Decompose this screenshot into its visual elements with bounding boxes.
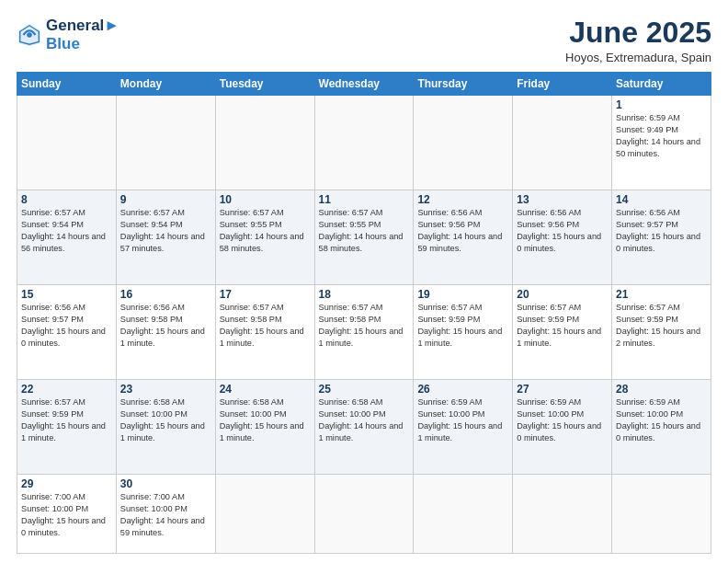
day-number: 9 (120, 193, 211, 206)
calendar-day-cell: 15Sunrise: 6:56 AMSunset: 9:57 PMDayligh… (17, 285, 117, 380)
day-number: 18 (319, 288, 410, 301)
day-info: Sunrise: 6:57 AMSunset: 9:54 PMDaylight:… (120, 207, 211, 255)
calendar: SundayMondayTuesdayWednesdayThursdayFrid… (17, 72, 711, 554)
calendar-day-cell: 1Sunrise: 6:59 AMSunset: 9:49 PMDaylight… (612, 96, 711, 190)
calendar-day-cell (513, 475, 612, 554)
day-info: Sunrise: 6:57 AMSunset: 9:59 PMDaylight:… (517, 302, 608, 350)
calendar-day-cell: 19Sunrise: 6:57 AMSunset: 9:59 PMDayligh… (414, 285, 513, 380)
calendar-day-cell (215, 475, 314, 554)
day-number: 12 (417, 193, 508, 206)
day-number: 26 (417, 383, 508, 396)
calendar-day-cell: 11Sunrise: 6:57 AMSunset: 9:55 PMDayligh… (314, 190, 414, 285)
calendar-week-row: 15Sunrise: 6:56 AMSunset: 9:57 PMDayligh… (17, 285, 711, 380)
calendar-day-cell (314, 96, 414, 190)
day-number: 19 (417, 288, 508, 301)
calendar-day-cell: 26Sunrise: 6:59 AMSunset: 10:00 PMDaylig… (414, 380, 513, 475)
logo-text: General► Blue (46, 17, 119, 52)
calendar-day-cell: 27Sunrise: 6:59 AMSunset: 10:00 PMDaylig… (513, 380, 612, 475)
day-number: 25 (319, 383, 410, 396)
logo: General► Blue (17, 17, 119, 52)
calendar-day-cell (116, 96, 215, 190)
day-number: 1 (616, 98, 707, 111)
calendar-week-row: 29Sunrise: 7:00 AMSunset: 10:00 PMDaylig… (17, 475, 711, 554)
weekday-header: Wednesday (314, 73, 414, 96)
weekday-header: Thursday (414, 73, 513, 96)
calendar-day-cell: 14Sunrise: 6:56 AMSunset: 9:57 PMDayligh… (612, 190, 711, 285)
day-info: Sunrise: 6:58 AMSunset: 10:00 PMDaylight… (319, 396, 410, 444)
weekday-header: Friday (513, 73, 612, 96)
day-number: 30 (120, 477, 211, 490)
calendar-day-cell (414, 475, 513, 554)
header: General► Blue June 2025 Hoyos, Extremadu… (17, 17, 711, 64)
day-info: Sunrise: 6:58 AMSunset: 10:00 PMDaylight… (220, 396, 311, 444)
day-info: Sunrise: 6:57 AMSunset: 9:55 PMDaylight:… (319, 207, 410, 255)
day-info: Sunrise: 6:57 AMSunset: 9:54 PMDaylight:… (21, 207, 112, 255)
day-info: Sunrise: 6:59 AMSunset: 10:00 PMDaylight… (517, 396, 608, 444)
calendar-day-cell: 29Sunrise: 7:00 AMSunset: 10:00 PMDaylig… (17, 475, 117, 554)
calendar-day-cell: 21Sunrise: 6:57 AMSunset: 9:59 PMDayligh… (612, 285, 711, 380)
day-number: 22 (21, 383, 112, 396)
calendar-day-cell: 28Sunrise: 6:59 AMSunset: 10:00 PMDaylig… (612, 380, 711, 475)
calendar-day-cell: 10Sunrise: 6:57 AMSunset: 9:55 PMDayligh… (215, 190, 314, 285)
calendar-day-cell: 22Sunrise: 6:57 AMSunset: 9:59 PMDayligh… (17, 380, 117, 475)
calendar-week-row: 8Sunrise: 6:57 AMSunset: 9:54 PMDaylight… (17, 190, 711, 285)
day-info: Sunrise: 6:56 AMSunset: 9:58 PMDaylight:… (120, 302, 211, 350)
day-number: 13 (517, 193, 608, 206)
day-info: Sunrise: 6:59 AMSunset: 9:49 PMDaylight:… (616, 112, 707, 160)
month-title: June 2025 (565, 17, 711, 49)
calendar-day-cell (612, 475, 711, 554)
calendar-week-row: 1Sunrise: 6:59 AMSunset: 9:49 PMDaylight… (17, 96, 711, 190)
day-info: Sunrise: 6:56 AMSunset: 9:56 PMDaylight:… (417, 207, 508, 255)
day-info: Sunrise: 6:57 AMSunset: 9:55 PMDaylight:… (220, 207, 311, 255)
logo-icon (17, 22, 42, 48)
day-info: Sunrise: 6:57 AMSunset: 9:59 PMDaylight:… (616, 302, 707, 350)
calendar-day-cell: 24Sunrise: 6:58 AMSunset: 10:00 PMDaylig… (215, 380, 314, 475)
day-info: Sunrise: 7:00 AMSunset: 10:00 PMDaylight… (120, 491, 211, 539)
day-number: 20 (517, 288, 608, 301)
title-block: June 2025 Hoyos, Extremadura, Spain (565, 17, 711, 64)
day-number: 27 (517, 383, 608, 396)
day-number: 28 (616, 383, 707, 396)
day-info: Sunrise: 7:00 AMSunset: 10:00 PMDaylight… (21, 491, 112, 539)
calendar-day-cell: 13Sunrise: 6:56 AMSunset: 9:56 PMDayligh… (513, 190, 612, 285)
calendar-day-cell (17, 96, 117, 190)
calendar-day-cell: 12Sunrise: 6:56 AMSunset: 9:56 PMDayligh… (414, 190, 513, 285)
day-info: Sunrise: 6:58 AMSunset: 10:00 PMDaylight… (120, 396, 211, 444)
day-number: 16 (120, 288, 211, 301)
calendar-day-cell: 17Sunrise: 6:57 AMSunset: 9:58 PMDayligh… (215, 285, 314, 380)
day-info: Sunrise: 6:57 AMSunset: 9:58 PMDaylight:… (220, 302, 311, 350)
calendar-day-cell: 25Sunrise: 6:58 AMSunset: 10:00 PMDaylig… (314, 380, 414, 475)
page: General► Blue June 2025 Hoyos, Extremadu… (0, 0, 728, 563)
calendar-day-cell: 20Sunrise: 6:57 AMSunset: 9:59 PMDayligh… (513, 285, 612, 380)
location-subtitle: Hoyos, Extremadura, Spain (565, 51, 711, 64)
calendar-day-cell: 30Sunrise: 7:00 AMSunset: 10:00 PMDaylig… (116, 475, 215, 554)
calendar-day-cell: 16Sunrise: 6:56 AMSunset: 9:58 PMDayligh… (116, 285, 215, 380)
calendar-week-row: 22Sunrise: 6:57 AMSunset: 9:59 PMDayligh… (17, 380, 711, 475)
day-number: 15 (21, 288, 112, 301)
day-number: 17 (220, 288, 311, 301)
calendar-day-cell (314, 475, 414, 554)
day-info: Sunrise: 6:56 AMSunset: 9:56 PMDaylight:… (517, 207, 608, 255)
day-number: 29 (21, 477, 112, 490)
weekday-header: Sunday (17, 73, 117, 96)
day-info: Sunrise: 6:57 AMSunset: 9:59 PMDaylight:… (417, 302, 508, 350)
weekday-header: Monday (116, 73, 215, 96)
day-info: Sunrise: 6:57 AMSunset: 9:58 PMDaylight:… (319, 302, 410, 350)
calendar-day-cell: 23Sunrise: 6:58 AMSunset: 10:00 PMDaylig… (116, 380, 215, 475)
svg-point-2 (27, 32, 32, 38)
day-number: 21 (616, 288, 707, 301)
calendar-day-cell: 9Sunrise: 6:57 AMSunset: 9:54 PMDaylight… (116, 190, 215, 285)
day-info: Sunrise: 6:59 AMSunset: 10:00 PMDaylight… (417, 396, 508, 444)
day-info: Sunrise: 6:56 AMSunset: 9:57 PMDaylight:… (21, 302, 112, 350)
day-number: 23 (120, 383, 211, 396)
day-number: 8 (21, 193, 112, 206)
day-number: 11 (319, 193, 410, 206)
day-info: Sunrise: 6:56 AMSunset: 9:57 PMDaylight:… (616, 207, 707, 255)
day-number: 24 (220, 383, 311, 396)
calendar-day-cell (414, 96, 513, 190)
calendar-header-row: SundayMondayTuesdayWednesdayThursdayFrid… (17, 73, 711, 96)
calendar-day-cell: 8Sunrise: 6:57 AMSunset: 9:54 PMDaylight… (17, 190, 117, 285)
day-info: Sunrise: 6:57 AMSunset: 9:59 PMDaylight:… (21, 396, 112, 444)
day-number: 10 (220, 193, 311, 206)
calendar-day-cell (215, 96, 314, 190)
